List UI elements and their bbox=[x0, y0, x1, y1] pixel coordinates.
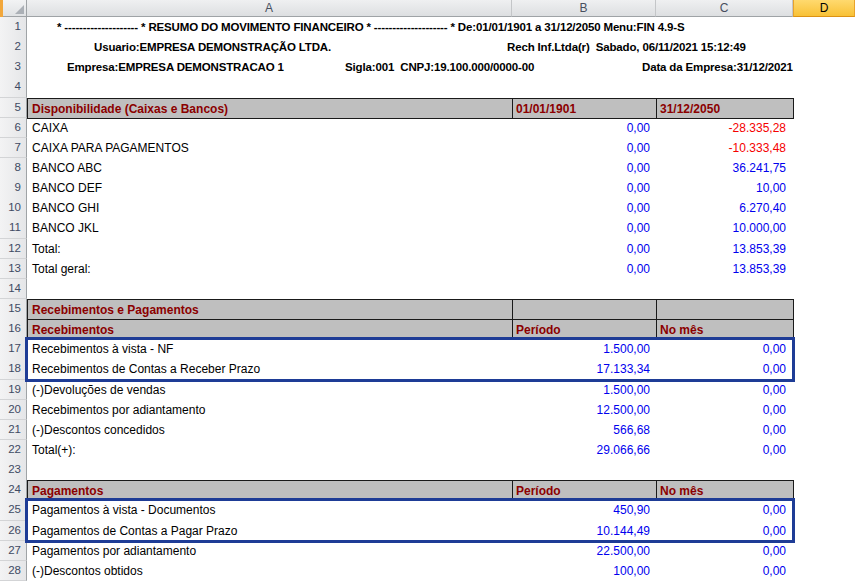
row-header-26[interactable]: 26 bbox=[0, 521, 27, 542]
cell-value-b-row28[interactable]: 100,00 bbox=[513, 561, 656, 581]
row-header-8[interactable]: 8 bbox=[0, 158, 27, 179]
row-header-7[interactable]: 7 bbox=[0, 138, 27, 159]
cell-value-b-row17[interactable]: 1.500,00 bbox=[513, 339, 656, 359]
cell-value-c-row13[interactable]: 13.853,39 bbox=[657, 259, 793, 279]
column-header-c[interactable]: C bbox=[656, 0, 793, 17]
row-header-24[interactable]: 24 bbox=[0, 480, 27, 501]
cell-value-c-row7[interactable]: -10.333,48 bbox=[657, 138, 793, 158]
cell-label-row13[interactable]: Total geral: bbox=[28, 259, 512, 279]
cell-value-c-row18[interactable]: 0,00 bbox=[657, 359, 793, 379]
cell-value-b-row8[interactable]: 0,00 bbox=[513, 158, 656, 178]
cell-value-b-row25[interactable]: 450,90 bbox=[513, 500, 656, 520]
row-header-5[interactable]: 5 bbox=[0, 98, 27, 119]
cell-value-c-row27[interactable]: 0,00 bbox=[657, 541, 793, 561]
cell-value-c-row6[interactable]: -28.335,28 bbox=[657, 118, 793, 138]
row-header-25[interactable]: 25 bbox=[0, 500, 27, 521]
row-header-21[interactable]: 21 bbox=[0, 420, 27, 441]
section-cell-a-row24[interactable]: Pagamentos bbox=[27, 480, 513, 501]
cell-label-row27[interactable]: Pagamentos por adiantamento bbox=[28, 541, 512, 561]
cell-label-row19[interactable]: (-)Devoluções de vendas bbox=[28, 380, 512, 400]
cell-value-c-row20[interactable]: 0,00 bbox=[657, 400, 793, 420]
row-header-15[interactable]: 15 bbox=[0, 299, 27, 320]
cell-value-c-row11[interactable]: 10.000,00 bbox=[657, 218, 793, 238]
cell-value-c-row17[interactable]: 0,00 bbox=[657, 339, 793, 359]
cell-label-row17[interactable]: Recebimentos à vista - NF bbox=[28, 339, 512, 359]
section-cell-b-row16[interactable]: Período bbox=[513, 319, 657, 340]
column-header-a[interactable]: A bbox=[27, 0, 512, 17]
row-header-20[interactable]: 20 bbox=[0, 400, 27, 421]
row-header-14[interactable]: 14 bbox=[0, 279, 27, 300]
cell-label-row12[interactable]: Total: bbox=[28, 239, 512, 259]
row-header-16[interactable]: 16 bbox=[0, 319, 27, 340]
row-header-13[interactable]: 13 bbox=[0, 259, 27, 280]
row-header-18[interactable]: 18 bbox=[0, 359, 27, 380]
section-cell-a-row16[interactable]: Recebimentos bbox=[27, 319, 513, 340]
report-user-label[interactable]: Usuario:EMPRESA DEMONSTRAÇÃO LTDA. bbox=[94, 37, 331, 57]
row-header-4[interactable]: 4 bbox=[0, 77, 27, 98]
report-title-row1[interactable]: * -------------------- * RESUMO DO MOVIM… bbox=[57, 17, 684, 37]
cell-value-c-row19[interactable]: 0,00 bbox=[657, 380, 793, 400]
cell-value-c-row12[interactable]: 13.853,39 bbox=[657, 239, 793, 259]
cell-value-b-row12[interactable]: 0,00 bbox=[513, 239, 656, 259]
cell-label-row8[interactable]: BANCO ABC bbox=[28, 158, 512, 178]
row-header-2[interactable]: 2 bbox=[0, 37, 27, 58]
cell-label-row20[interactable]: Recebimentos por adiantamento bbox=[28, 400, 512, 420]
cell-value-b-row19[interactable]: 1.500,00 bbox=[513, 380, 656, 400]
cell-value-c-row22[interactable]: 0,00 bbox=[657, 440, 793, 460]
report-company-date-label[interactable]: Data da Empresa:31/12/2021 bbox=[642, 57, 793, 77]
cell-value-b-row21[interactable]: 566,68 bbox=[513, 420, 656, 440]
section-cell-b-row5[interactable]: 01/01/1901 bbox=[513, 98, 657, 119]
cell-value-c-row25[interactable]: 0,00 bbox=[657, 500, 793, 520]
select-all-corner[interactable] bbox=[0, 0, 27, 17]
cell-value-b-row22[interactable]: 29.066,66 bbox=[513, 440, 656, 460]
cell-value-b-row13[interactable]: 0,00 bbox=[513, 259, 656, 279]
section-cell-c-row24[interactable]: No mês bbox=[657, 480, 794, 501]
cell-value-c-row28[interactable]: 0,00 bbox=[657, 561, 793, 581]
row-header-27[interactable]: 27 bbox=[0, 541, 27, 562]
cell-value-c-row9[interactable]: 10,00 bbox=[657, 178, 793, 198]
report-vendor-datetime[interactable]: Rech Inf.Ltda(r) Sabado, 06/11/2021 15:1… bbox=[507, 37, 746, 57]
row-header-10[interactable]: 10 bbox=[0, 198, 27, 219]
row-header-6[interactable]: 6 bbox=[0, 118, 27, 139]
row-header-28[interactable]: 28 bbox=[0, 561, 27, 581]
cell-value-b-row18[interactable]: 17.133,34 bbox=[513, 359, 656, 379]
cell-value-b-row20[interactable]: 12.500,00 bbox=[513, 400, 656, 420]
cell-value-b-row6[interactable]: 0,00 bbox=[513, 118, 656, 138]
cell-label-row10[interactable]: BANCO GHI bbox=[28, 198, 512, 218]
cell-value-c-row26[interactable]: 0,00 bbox=[657, 521, 793, 541]
cell-label-row26[interactable]: Pagamentos de Contas a Pagar Prazo bbox=[28, 521, 512, 541]
row-header-11[interactable]: 11 bbox=[0, 218, 27, 239]
cell-label-row25[interactable]: Pagamentos à vista - Documentos bbox=[28, 500, 512, 520]
section-cell-a-row5[interactable]: Disponibilidade (Caixas e Bancos) bbox=[27, 98, 513, 119]
row-header-3[interactable]: 3 bbox=[0, 57, 27, 78]
cell-label-row28[interactable]: (-)Descontos obtidos bbox=[28, 561, 512, 581]
cell-value-c-row21[interactable]: 0,00 bbox=[657, 420, 793, 440]
cell-value-b-row10[interactable]: 0,00 bbox=[513, 198, 656, 218]
row-header-22[interactable]: 22 bbox=[0, 440, 27, 461]
column-header-b[interactable]: B bbox=[512, 0, 656, 17]
cell-label-row6[interactable]: CAIXA bbox=[28, 118, 512, 138]
cell-value-b-row9[interactable]: 0,00 bbox=[513, 178, 656, 198]
cell-value-c-row10[interactable]: 6.270,40 bbox=[657, 198, 793, 218]
row-header-19[interactable]: 19 bbox=[0, 380, 27, 401]
row-header-17[interactable]: 17 bbox=[0, 339, 27, 360]
cell-label-row21[interactable]: (-)Descontos concedidos bbox=[28, 420, 512, 440]
column-header-d[interactable]: D bbox=[793, 0, 855, 17]
report-company-label[interactable]: Empresa:EMPRESA DEMONSTRACAO 1 bbox=[67, 57, 284, 77]
section-cell-a-row15[interactable]: Recebimentos e Pagamentos bbox=[27, 299, 513, 320]
cell-value-b-row27[interactable]: 22.500,00 bbox=[513, 541, 656, 561]
row-header-23[interactable]: 23 bbox=[0, 460, 27, 481]
cell-label-row18[interactable]: Recebimentos de Contas a Receber Prazo bbox=[28, 359, 512, 379]
cell-value-b-row26[interactable]: 10.144,49 bbox=[513, 521, 656, 541]
row-header-12[interactable]: 12 bbox=[0, 239, 27, 260]
row-header-9[interactable]: 9 bbox=[0, 178, 27, 199]
cell-label-row7[interactable]: CAIXA PARA PAGAMENTOS bbox=[28, 138, 512, 158]
section-cell-b-row15[interactable] bbox=[513, 299, 657, 320]
cell-label-row22[interactable]: Total(+): bbox=[28, 440, 512, 460]
row-header-1[interactable]: 1 bbox=[0, 17, 27, 38]
cell-value-b-row7[interactable]: 0,00 bbox=[513, 138, 656, 158]
cell-value-b-row11[interactable]: 0,00 bbox=[513, 218, 656, 238]
cell-label-row9[interactable]: BANCO DEF bbox=[28, 178, 512, 198]
section-cell-c-row16[interactable]: No mês bbox=[657, 319, 794, 340]
cell-label-row11[interactable]: BANCO JKL bbox=[28, 218, 512, 238]
